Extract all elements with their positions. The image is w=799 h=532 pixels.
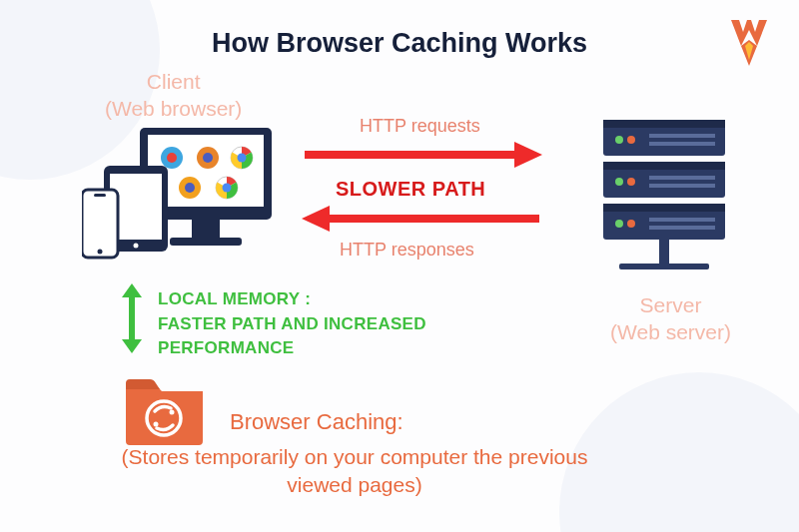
svg-rect-29 xyxy=(649,142,715,146)
svg-point-9 xyxy=(238,154,247,163)
svg-rect-42 xyxy=(659,240,669,264)
svg-point-39 xyxy=(627,220,635,228)
svg-rect-37 xyxy=(603,204,725,212)
svg-rect-28 xyxy=(649,134,715,138)
svg-rect-25 xyxy=(603,120,725,128)
server-label-line2: (Web server) xyxy=(610,320,731,343)
slower-path-label: SLOWER PATH xyxy=(336,178,485,201)
http-responses-label: HTTP responses xyxy=(340,240,474,261)
svg-point-48 xyxy=(154,422,159,427)
svg-marker-46 xyxy=(122,339,142,353)
double-arrow-vertical-icon xyxy=(120,283,144,353)
server-label: Server (Web server) xyxy=(610,291,731,346)
server-icon xyxy=(589,120,739,279)
client-devices-icon xyxy=(82,128,272,267)
cache-description: (Stores temporarily on your computer the… xyxy=(90,443,619,500)
svg-point-13 xyxy=(223,184,232,193)
svg-point-32 xyxy=(615,178,623,186)
svg-point-16 xyxy=(134,244,139,249)
svg-point-49 xyxy=(170,410,175,415)
svg-point-33 xyxy=(627,178,635,186)
svg-point-7 xyxy=(203,153,213,163)
cache-title: Browser Caching: xyxy=(230,409,403,435)
svg-point-19 xyxy=(98,250,103,255)
svg-marker-21 xyxy=(514,142,542,168)
local-memory-line3: PERFORMANCE xyxy=(158,338,294,357)
svg-point-5 xyxy=(167,153,177,163)
svg-rect-31 xyxy=(603,162,725,170)
svg-point-27 xyxy=(627,136,635,144)
local-memory-line2: FASTER PATH AND INCREASED xyxy=(158,314,426,333)
page-title: How Browser Caching Works xyxy=(0,28,799,59)
svg-marker-44 xyxy=(122,283,142,297)
svg-rect-34 xyxy=(649,176,715,180)
svg-rect-35 xyxy=(649,184,715,188)
svg-rect-17 xyxy=(82,190,118,258)
svg-point-26 xyxy=(615,136,623,144)
svg-rect-40 xyxy=(649,218,715,222)
local-memory-line1: LOCAL MEMORY : xyxy=(158,289,311,308)
svg-point-38 xyxy=(615,220,623,228)
http-requests-label: HTTP requests xyxy=(360,116,480,137)
arrow-right-icon xyxy=(300,140,544,170)
svg-rect-2 xyxy=(192,220,220,238)
server-label-line1: Server xyxy=(640,293,702,316)
arrow-left-icon xyxy=(300,204,544,234)
svg-rect-3 xyxy=(170,238,242,246)
client-label: Client (Web browser) xyxy=(105,68,242,123)
local-memory-label: LOCAL MEMORY : FASTER PATH AND INCREASED… xyxy=(158,287,426,361)
svg-marker-23 xyxy=(302,206,330,232)
cache-folder-icon xyxy=(122,371,207,446)
wp-rocket-logo-icon xyxy=(729,18,769,68)
client-label-line1: Client xyxy=(147,70,201,93)
svg-rect-43 xyxy=(619,264,709,269)
client-label-line2: (Web browser) xyxy=(105,97,242,120)
svg-rect-41 xyxy=(649,226,715,230)
svg-point-11 xyxy=(185,183,195,193)
svg-rect-18 xyxy=(94,194,106,197)
